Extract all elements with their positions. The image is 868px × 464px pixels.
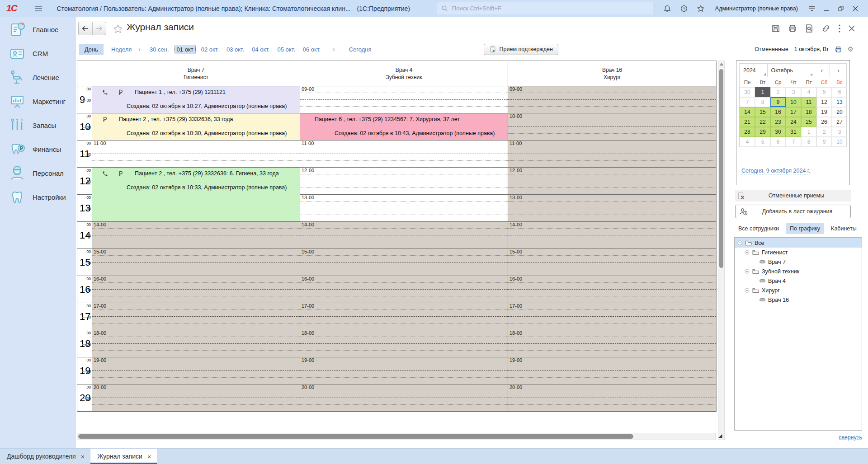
hamburger-icon[interactable] xyxy=(34,5,42,12)
tab-by-schedule[interactable]: По графику xyxy=(786,223,824,234)
collapse-icon[interactable] xyxy=(745,288,750,293)
time-slot[interactable]: 20-00 xyxy=(508,384,716,411)
confirm-appointment-button[interactable]: Прием подтвержден xyxy=(484,44,558,55)
close-form-icon[interactable] xyxy=(849,25,855,32)
calendar-day[interactable]: 19 xyxy=(816,107,832,117)
favorites-icon[interactable] xyxy=(697,5,705,13)
doctor-column-header[interactable]: Врач 7 Гигиенист xyxy=(92,61,300,86)
horizontal-scrollbar[interactable] xyxy=(77,433,716,440)
view-day-tab[interactable]: День xyxy=(79,44,104,55)
calendar-day[interactable]: 31 xyxy=(786,127,801,137)
calendar-day[interactable]: 9 xyxy=(816,137,832,147)
calendar-day[interactable]: 16 xyxy=(770,107,786,117)
collapse-link[interactable]: свернуть xyxy=(839,434,862,441)
sidebar-item-finance[interactable]: Финансы xyxy=(0,137,76,161)
calendar-day[interactable]: 13 xyxy=(832,97,847,107)
tree-item-doctor-16[interactable]: Врач 16 xyxy=(735,295,862,305)
calendar-day[interactable]: 25 xyxy=(801,117,816,127)
restore-icon[interactable] xyxy=(835,3,847,14)
collapse-icon[interactable] xyxy=(745,269,750,274)
time-slot[interactable]: 14-00 xyxy=(92,222,300,248)
calendar-day[interactable]: 27 xyxy=(832,117,847,127)
calendar-day[interactable]: 21 xyxy=(740,117,755,127)
appointment[interactable]: Пациент 1 , тел. +375 (29) 1211121Создан… xyxy=(92,86,300,113)
calendar-day[interactable]: 11 xyxy=(801,97,816,107)
time-slot[interactable]: 14-00 xyxy=(508,222,716,248)
calendar-day[interactable]: 28 xyxy=(740,127,755,137)
calendar-day[interactable]: 2 xyxy=(770,87,786,97)
time-slot[interactable]: 09-00 xyxy=(508,86,716,113)
tab-all-staff[interactable]: Все сотрудники xyxy=(734,223,783,234)
calendar-day[interactable]: 4 xyxy=(801,87,816,97)
time-slot[interactable]: 16-00 xyxy=(508,276,716,303)
user-menu-icon[interactable] xyxy=(808,5,816,12)
calendar-day[interactable]: 29 xyxy=(755,127,770,137)
time-slot[interactable]: 19-00 xyxy=(92,357,300,384)
sidebar-item-crm[interactable]: CRM xyxy=(0,42,76,66)
time-slot[interactable]: 18-00 xyxy=(508,330,716,357)
collapse-icon[interactable] xyxy=(745,250,750,255)
time-slot[interactable]: 20-00 xyxy=(300,384,508,411)
time-slot[interactable]: 14-00 xyxy=(300,222,508,248)
time-slot[interactable]: 16-00 xyxy=(300,276,508,303)
user-label[interactable]: Администратор (полные права) xyxy=(715,5,798,12)
taskbar-tab[interactable]: Журнал записи× xyxy=(90,449,157,464)
calendar-day[interactable]: 30 xyxy=(770,127,786,137)
time-slot[interactable]: 12-00 xyxy=(508,168,716,194)
print-icon[interactable] xyxy=(788,24,797,33)
calendar-day[interactable]: 7 xyxy=(786,137,801,147)
search-input[interactable] xyxy=(451,5,649,12)
close-tab-icon[interactable]: × xyxy=(147,453,151,460)
time-slot[interactable]: 17-00 xyxy=(508,303,716,330)
calendar-year-select[interactable]: 2024 xyxy=(740,64,768,77)
waitlist-button[interactable]: Добавить в лист ожидания xyxy=(735,205,851,218)
date-tab[interactable]: 05 окт. xyxy=(275,45,297,54)
next-dates-icon[interactable]: › xyxy=(333,46,335,53)
time-slot[interactable]: 15-00 xyxy=(508,249,716,276)
history-icon[interactable] xyxy=(680,5,688,13)
taskbar-tab[interactable]: Дашборд руководителя× xyxy=(0,449,90,464)
time-slot[interactable]: 20-00 xyxy=(92,384,300,411)
calendar-day[interactable]: 30 xyxy=(740,87,755,97)
cancelled-receptions-button[interactable]: Отмененные приемы xyxy=(735,190,851,202)
calendar-day[interactable]: 20 xyxy=(832,107,847,117)
sidebar-item-stock[interactable]: Запасы xyxy=(0,113,76,137)
calendar-next-icon[interactable]: › xyxy=(830,64,846,77)
prev-dates-icon[interactable]: ‹ xyxy=(138,46,141,53)
time-slot[interactable]: 13-00 xyxy=(508,195,716,221)
calendar-day[interactable]: 5 xyxy=(755,137,770,147)
minimize-icon[interactable] xyxy=(820,3,833,14)
tree-item-dental-technician[interactable]: Зубной техник xyxy=(735,267,862,276)
notifications-icon[interactable] xyxy=(663,5,671,13)
date-tab[interactable]: 30 сен. xyxy=(147,45,171,54)
date-tab[interactable]: 02 окт. xyxy=(199,45,221,54)
calendar-day[interactable]: 23 xyxy=(770,117,786,127)
calendar-month-select[interactable]: Октябрь xyxy=(768,64,814,77)
doctor-column-header[interactable]: Врач 4 Зубной техник xyxy=(300,61,508,86)
global-search[interactable] xyxy=(437,2,653,14)
cancelled-toggle[interactable]: Отмененные xyxy=(755,46,788,52)
collapse-icon[interactable] xyxy=(737,240,742,245)
sidebar-item-settings[interactable]: Настройки xyxy=(0,185,76,209)
calendar-day[interactable]: 15 xyxy=(755,107,770,117)
calendar-day[interactable]: 8 xyxy=(755,97,770,107)
close-window-icon[interactable] xyxy=(849,3,862,14)
calendar-day[interactable]: 18 xyxy=(801,107,816,117)
forward-icon[interactable] xyxy=(92,22,106,35)
today-button[interactable]: Сегодня xyxy=(349,46,372,53)
date-tab[interactable]: 06 окт. xyxy=(301,45,323,54)
calendar-day[interactable]: 10 xyxy=(832,137,847,147)
time-slot[interactable]: 11-00 xyxy=(508,141,716,167)
date-tab[interactable]: 04 окт. xyxy=(250,45,272,54)
sidebar-item-main[interactable]: Главное xyxy=(0,18,76,42)
calendar-day[interactable]: 12 xyxy=(816,97,832,107)
time-slot[interactable]: 18-00 xyxy=(92,330,300,357)
calendar-day[interactable]: 22 xyxy=(755,117,770,127)
gear-icon[interactable]: ⚙ xyxy=(848,46,854,53)
calendar-day[interactable]: 1 xyxy=(755,87,770,97)
time-slot[interactable]: 16-00 xyxy=(92,276,300,303)
calendar-day[interactable]: 1 xyxy=(801,127,816,137)
link-icon[interactable] xyxy=(821,24,830,33)
calendar-day[interactable]: 7 xyxy=(740,97,755,107)
tree-item-doctor-4[interactable]: Врач 4 xyxy=(735,276,862,286)
